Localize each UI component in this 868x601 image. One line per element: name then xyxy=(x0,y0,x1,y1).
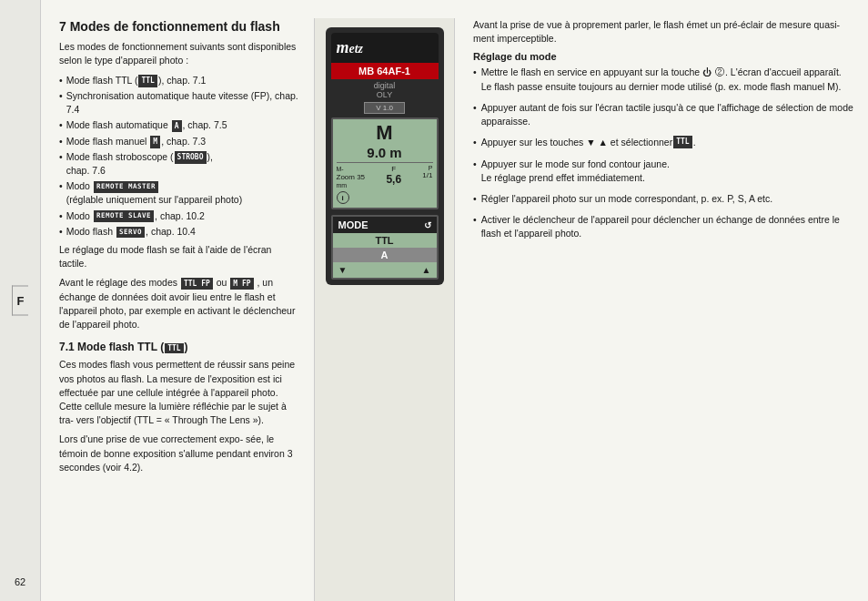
right-bullet-2: Appuyer autant de fois sur l'écran tacti… xyxy=(473,101,854,128)
ttlfp-badge: TTL FP xyxy=(181,278,213,290)
screen-info-row: M- Zoom 35 mm F 5,6 P 1/1 xyxy=(337,162,433,189)
ttl-select-badge: TTL xyxy=(673,136,691,148)
mfp-badge: M FP xyxy=(230,278,253,290)
device-type: digital OLY xyxy=(331,81,439,99)
bullet-remote-master: Modo REMOTE MASTER(réglable uniquement s… xyxy=(59,179,300,207)
ttl-inline-badge: TTL xyxy=(165,343,183,353)
remote-master-badge: REMOTE MASTER xyxy=(94,181,158,193)
auto-badge: A xyxy=(172,120,182,133)
screen-aperture-value: 5,6 xyxy=(386,173,401,186)
left-margin: F 62 xyxy=(0,0,41,601)
right-bullet-4: Appuyer sur le mode sur fond contour jau… xyxy=(473,158,854,185)
bullet-auto: Mode flash automatique A, chap. 7.5 xyxy=(59,118,300,132)
right-bullet-1: Mettre le flash en service en appuyant s… xyxy=(473,66,854,93)
chapter-title: 7 Modes de fonctionnement du flash xyxy=(59,18,300,35)
para2: Avant le réglage des modes TTL FP ou M F… xyxy=(59,276,300,331)
screen-nav: i xyxy=(337,191,433,204)
right-bullet-3: Appuyer sur les touches ▼ ▲ et sélection… xyxy=(473,136,854,149)
right-bullet-6: Activer le déclencheur de l'appareil pou… xyxy=(473,213,854,240)
info-icon: i xyxy=(337,191,349,204)
bullet-servo: Modo flash SERVO, chap. 10.4 xyxy=(59,225,300,239)
device-header: metz xyxy=(331,33,439,63)
page-container: F 62 7 Modes de fonctionnement du flash … xyxy=(0,0,868,601)
mode-label: MODE xyxy=(338,219,368,230)
device: metz MB 64AF-1 digital OLY V 1.0 M 9.0 m xyxy=(326,27,444,285)
metz-logo: metz xyxy=(337,38,433,57)
section71-para1: Ces modes flash vous permettent de réuss… xyxy=(59,358,300,427)
bullet-fp: Synchronisation automatique haute vitess… xyxy=(59,89,300,117)
ttl-badge: TTL xyxy=(138,75,156,87)
mode-nav-up[interactable]: ▲ xyxy=(422,265,431,275)
right-column: Avant la prise de vue à proprement parle… xyxy=(455,18,868,601)
remote-slave-badge: REMOTE SLAVE xyxy=(94,210,154,222)
chapter-intro: Les modes de fonctionnement suivants son… xyxy=(59,40,300,67)
mode-nav-row: ▼ ▲ xyxy=(333,262,437,278)
bullet-strobo: Mode flash stroboscope (STROBO),chap. 7.… xyxy=(59,150,300,178)
section71-title: 7.1 Mode flash TTL (TTL) xyxy=(59,341,300,353)
center-panel: metz MB 64AF-1 digital OLY V 1.0 M 9.0 m xyxy=(314,18,455,601)
screen-zoom: M- Zoom 35 mm xyxy=(337,165,366,189)
mode-nav-down[interactable]: ▼ xyxy=(338,265,348,275)
screen-page-area: P 1/1 xyxy=(422,165,432,189)
bullet-remote-slave: Modo REMOTE SLAVE, chap. 10.2 xyxy=(59,209,300,223)
section71-para2: Lors d'une prise de vue correctement exp… xyxy=(59,433,300,474)
main-content: 7 Modes de fonctionnement du flash Les m… xyxy=(41,0,868,601)
mode-option-ttl[interactable]: TTL xyxy=(333,233,437,248)
right-intro: Avant la prise de vue à proprement parle… xyxy=(473,18,854,46)
device-screen: M 9.0 m M- Zoom 35 mm F 5,6 P xyxy=(331,117,439,209)
right-bullet-5: Régler l'appareil photo sur un mode corr… xyxy=(473,192,854,206)
screen-mode: M xyxy=(337,123,433,143)
para1: Le réglage du mode flash se fait à l'aid… xyxy=(59,243,300,270)
mode-reset-icon: ↺ xyxy=(424,220,431,230)
bullet-ttl: Mode flash TTL (TTL), chap. 7.1 xyxy=(59,74,300,87)
screen-aperture-area: F 5,6 xyxy=(386,165,401,189)
strobo-badge: STROBO xyxy=(175,151,207,164)
reglage-title: Réglage du mode xyxy=(473,51,854,62)
device-model: MB 64AF-1 xyxy=(331,63,439,79)
f-tab: F xyxy=(12,286,29,316)
servo-badge: SERVO xyxy=(116,227,145,239)
screen-distance: 9.0 m xyxy=(337,145,433,160)
mode-option-a[interactable]: A xyxy=(333,248,437,262)
mode-panel: MODE ↺ TTL A ▼ ▲ xyxy=(331,215,439,280)
mode-header: MODE ↺ xyxy=(333,217,437,233)
screen-page-value: 1/1 xyxy=(422,171,432,179)
bullet-manuel: Mode flash manuel M, chap. 7.3 xyxy=(59,135,300,148)
page-number: 62 xyxy=(0,576,40,587)
device-version: V 1.0 xyxy=(364,102,405,114)
left-column: 7 Modes de fonctionnement du flash Les m… xyxy=(41,18,314,601)
m-badge: M xyxy=(150,136,160,148)
